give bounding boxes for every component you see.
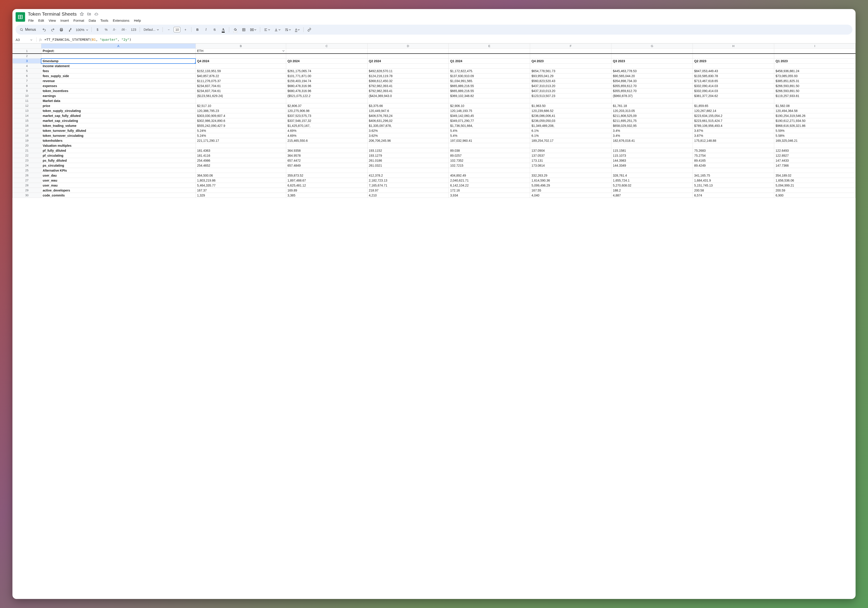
cell[interactable]: 6,900: [774, 193, 856, 198]
cell[interactable]: $406,576,783,24: [367, 113, 449, 118]
cell[interactable]: 4.69%: [286, 133, 367, 138]
cell[interactable]: active_developers: [41, 188, 195, 193]
cell[interactable]: $437,310,013.20: [530, 84, 611, 88]
cell[interactable]: [611, 64, 693, 68]
cell[interactable]: 182,676,018.41: [611, 138, 693, 143]
cell[interactable]: ps_circulating: [41, 163, 195, 168]
row-header[interactable]: 15: [12, 118, 41, 123]
cell[interactable]: 332,263.29: [530, 173, 611, 178]
cell[interactable]: 3.4%: [611, 128, 693, 133]
print-button[interactable]: [57, 26, 65, 33]
cell[interactable]: [367, 168, 449, 173]
cell[interactable]: 657.4849: [286, 163, 367, 168]
row-header[interactable]: 4: [12, 64, 41, 68]
more-formats-button[interactable]: 123: [130, 26, 138, 33]
cell[interactable]: $337,523,575,73: [286, 113, 367, 118]
cell[interactable]: $3,375.66: [367, 103, 449, 108]
cell[interactable]: 169.89: [286, 188, 367, 193]
font-size-increase[interactable]: +: [182, 26, 189, 33]
cell[interactable]: [286, 168, 367, 173]
cell[interactable]: $354,898,734.33: [611, 79, 693, 84]
cell[interactable]: 1,803,219.86: [195, 178, 286, 183]
name-box[interactable]: A3: [16, 38, 34, 42]
cell[interactable]: $968,616,926,321.86: [774, 123, 856, 128]
cell[interactable]: 147.4433: [774, 158, 856, 163]
cell[interactable]: fees_supply_side: [41, 73, 195, 79]
cell[interactable]: 5,464,335.77: [195, 183, 286, 188]
increase-decimal-button[interactable]: .00→: [119, 26, 128, 33]
cell[interactable]: $658,029,932,95: [611, 123, 693, 128]
cell[interactable]: code_commits: [41, 193, 195, 198]
cell[interactable]: [449, 49, 530, 54]
cell[interactable]: 328,761.4: [611, 173, 693, 178]
cell[interactable]: [611, 54, 693, 59]
cell[interactable]: 120,494,364.58: [774, 108, 856, 113]
cell[interactable]: 5,094,999.21: [774, 183, 856, 188]
cell[interactable]: 188.2: [611, 188, 693, 193]
row-header[interactable]: 21: [12, 148, 41, 153]
cell[interactable]: Q4 2023: [530, 59, 611, 64]
cell[interactable]: Project:: [41, 49, 195, 54]
cell[interactable]: $266,593,891.50: [774, 84, 856, 88]
cell[interactable]: 3,385: [286, 193, 367, 198]
cell[interactable]: 5.24%: [195, 128, 286, 133]
cell[interactable]: ps_fully_diluted: [41, 158, 195, 163]
cell[interactable]: 3.62%: [367, 128, 449, 133]
text-rotation-button[interactable]: A: [294, 26, 301, 33]
cell[interactable]: 215,465,550.6: [286, 138, 367, 143]
cell[interactable]: user_wau: [41, 178, 195, 183]
cell[interactable]: $1,425,870,167,: [286, 123, 367, 128]
cell[interactable]: 120,275,906.98: [286, 108, 367, 113]
cell[interactable]: $124,216,119.78: [367, 73, 449, 79]
row-header[interactable]: 25: [12, 168, 41, 173]
cell[interactable]: $2,806.37: [286, 103, 367, 108]
cell[interactable]: 3.62%: [367, 133, 449, 138]
fill-color-button[interactable]: [231, 26, 239, 33]
cell[interactable]: 137.0537: [530, 153, 611, 158]
text-color-button[interactable]: A: [220, 26, 227, 33]
cell[interactable]: 341,165.75: [693, 173, 774, 178]
row-header[interactable]: 7: [12, 79, 41, 84]
cell[interactable]: Q2 2023: [693, 59, 774, 64]
menu-data[interactable]: Data: [88, 19, 96, 22]
cell[interactable]: $1,582.08: [774, 103, 856, 108]
cell[interactable]: 173.0814: [530, 163, 611, 168]
cell[interactable]: 122.6493: [774, 148, 856, 153]
cell[interactable]: $159,403,194.74: [286, 79, 367, 84]
cell[interactable]: 221,171,290.17: [195, 138, 286, 143]
cell[interactable]: 75.2683: [693, 148, 774, 153]
cell[interactable]: $680,478,316.96: [286, 88, 367, 93]
cell[interactable]: fees: [41, 68, 195, 73]
cell[interactable]: 218.97: [367, 188, 449, 193]
row-header[interactable]: 12: [12, 103, 41, 108]
format-currency-button[interactable]: $: [94, 26, 101, 33]
insert-link-button[interactable]: [306, 26, 313, 33]
borders-button[interactable]: [240, 26, 247, 33]
cell[interactable]: $458,936,881.24: [774, 68, 856, 73]
cell[interactable]: 102.7352: [449, 158, 530, 163]
cell[interactable]: [286, 64, 367, 68]
row-header[interactable]: 11: [12, 98, 41, 103]
cell[interactable]: 115.1581: [611, 148, 693, 153]
cell[interactable]: [530, 49, 611, 54]
cell[interactable]: 200.58: [693, 188, 774, 193]
cell[interactable]: 1,614,590.36: [530, 178, 611, 183]
cell[interactable]: $123,513,507.23: [530, 93, 611, 98]
cell[interactable]: 1,656,536.06: [774, 178, 856, 183]
cell[interactable]: 169,325,046.21: [774, 138, 856, 143]
cell[interactable]: 102.7215: [449, 163, 530, 168]
cell[interactable]: 6.1%: [530, 128, 611, 133]
cell[interactable]: $792,982,393.41: [367, 84, 449, 88]
cell[interactable]: [693, 98, 774, 103]
cell[interactable]: 412,378.2: [367, 173, 449, 178]
cell[interactable]: $234,837,704.61: [195, 84, 286, 88]
row-header[interactable]: 28: [12, 183, 41, 188]
cell[interactable]: $303,030,909,607.4: [195, 113, 286, 118]
cell[interactable]: 173.131: [530, 158, 611, 163]
cell[interactable]: expenses: [41, 84, 195, 88]
cell[interactable]: [367, 64, 449, 68]
col-header-A[interactable]: A: [41, 43, 195, 49]
row-header[interactable]: 22: [12, 153, 41, 158]
cell[interactable]: 175,812,148.88: [693, 138, 774, 143]
horizontal-align-button[interactable]: [262, 26, 271, 33]
